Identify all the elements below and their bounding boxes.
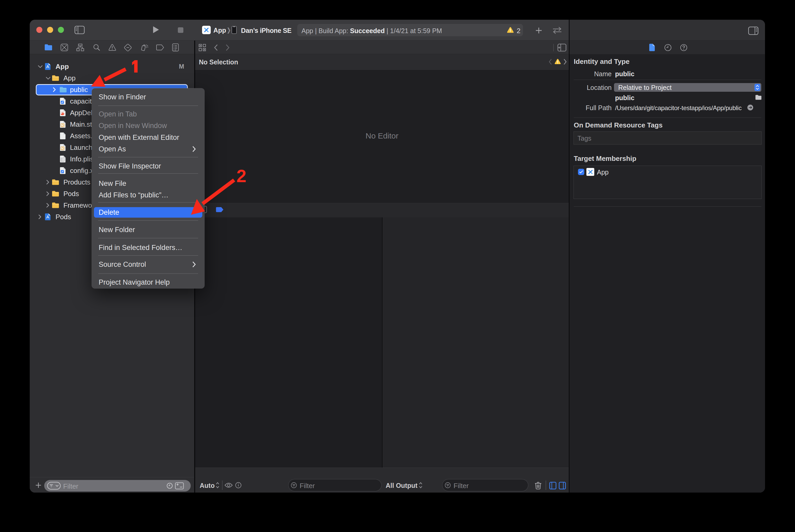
svg-text:2: 2 xyxy=(236,166,247,186)
